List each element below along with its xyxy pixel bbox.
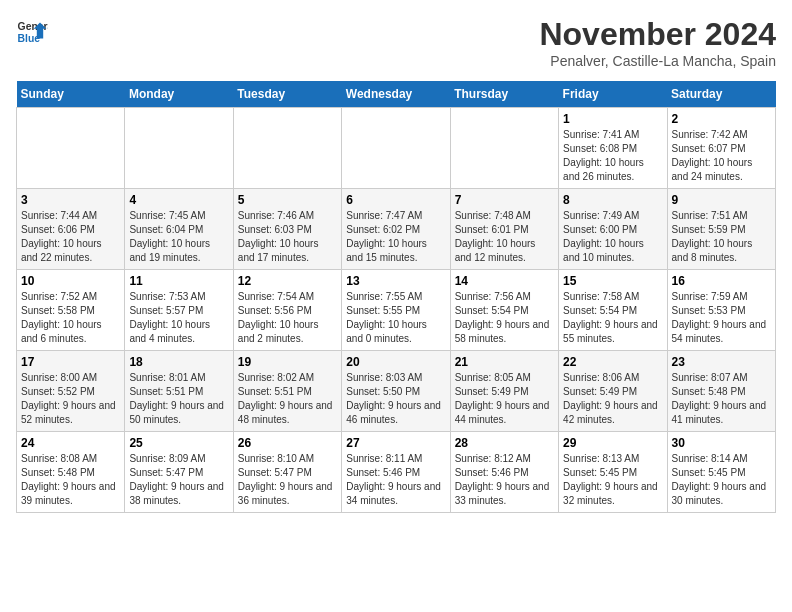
calendar-cell: 15Sunrise: 7:58 AMSunset: 5:54 PMDayligh… bbox=[559, 270, 667, 351]
weekday-header: Monday bbox=[125, 81, 233, 108]
day-info: Sunrise: 7:45 AMSunset: 6:04 PMDaylight:… bbox=[129, 209, 228, 265]
day-number: 18 bbox=[129, 355, 228, 369]
calendar-cell bbox=[342, 108, 450, 189]
day-number: 25 bbox=[129, 436, 228, 450]
calendar-cell: 11Sunrise: 7:53 AMSunset: 5:57 PMDayligh… bbox=[125, 270, 233, 351]
calendar-cell: 9Sunrise: 7:51 AMSunset: 5:59 PMDaylight… bbox=[667, 189, 775, 270]
logo-icon: General Blue bbox=[16, 16, 48, 48]
day-number: 1 bbox=[563, 112, 662, 126]
day-number: 11 bbox=[129, 274, 228, 288]
calendar-cell: 24Sunrise: 8:08 AMSunset: 5:48 PMDayligh… bbox=[17, 432, 125, 513]
calendar-cell: 4Sunrise: 7:45 AMSunset: 6:04 PMDaylight… bbox=[125, 189, 233, 270]
day-info: Sunrise: 8:03 AMSunset: 5:50 PMDaylight:… bbox=[346, 371, 445, 427]
calendar-cell: 19Sunrise: 8:02 AMSunset: 5:51 PMDayligh… bbox=[233, 351, 341, 432]
calendar-week-row: 10Sunrise: 7:52 AMSunset: 5:58 PMDayligh… bbox=[17, 270, 776, 351]
calendar-week-row: 1Sunrise: 7:41 AMSunset: 6:08 PMDaylight… bbox=[17, 108, 776, 189]
weekday-header: Wednesday bbox=[342, 81, 450, 108]
location-title: Penalver, Castille-La Mancha, Spain bbox=[539, 53, 776, 69]
day-info: Sunrise: 7:42 AMSunset: 6:07 PMDaylight:… bbox=[672, 128, 771, 184]
day-number: 14 bbox=[455, 274, 554, 288]
day-info: Sunrise: 8:11 AMSunset: 5:46 PMDaylight:… bbox=[346, 452, 445, 508]
day-info: Sunrise: 8:10 AMSunset: 5:47 PMDaylight:… bbox=[238, 452, 337, 508]
day-info: Sunrise: 7:56 AMSunset: 5:54 PMDaylight:… bbox=[455, 290, 554, 346]
weekday-header: Friday bbox=[559, 81, 667, 108]
day-info: Sunrise: 8:02 AMSunset: 5:51 PMDaylight:… bbox=[238, 371, 337, 427]
day-info: Sunrise: 8:12 AMSunset: 5:46 PMDaylight:… bbox=[455, 452, 554, 508]
day-info: Sunrise: 7:53 AMSunset: 5:57 PMDaylight:… bbox=[129, 290, 228, 346]
logo: General Blue bbox=[16, 16, 48, 48]
calendar-cell: 28Sunrise: 8:12 AMSunset: 5:46 PMDayligh… bbox=[450, 432, 558, 513]
calendar-cell: 2Sunrise: 7:42 AMSunset: 6:07 PMDaylight… bbox=[667, 108, 775, 189]
calendar-week-row: 3Sunrise: 7:44 AMSunset: 6:06 PMDaylight… bbox=[17, 189, 776, 270]
day-number: 6 bbox=[346, 193, 445, 207]
calendar-week-row: 24Sunrise: 8:08 AMSunset: 5:48 PMDayligh… bbox=[17, 432, 776, 513]
day-number: 28 bbox=[455, 436, 554, 450]
day-info: Sunrise: 7:44 AMSunset: 6:06 PMDaylight:… bbox=[21, 209, 120, 265]
day-number: 20 bbox=[346, 355, 445, 369]
day-number: 17 bbox=[21, 355, 120, 369]
day-number: 5 bbox=[238, 193, 337, 207]
calendar-cell: 8Sunrise: 7:49 AMSunset: 6:00 PMDaylight… bbox=[559, 189, 667, 270]
day-number: 13 bbox=[346, 274, 445, 288]
calendar-cell bbox=[450, 108, 558, 189]
day-number: 9 bbox=[672, 193, 771, 207]
calendar-cell: 27Sunrise: 8:11 AMSunset: 5:46 PMDayligh… bbox=[342, 432, 450, 513]
calendar-cell: 21Sunrise: 8:05 AMSunset: 5:49 PMDayligh… bbox=[450, 351, 558, 432]
weekday-header: Thursday bbox=[450, 81, 558, 108]
month-title: November 2024 bbox=[539, 16, 776, 53]
calendar-cell bbox=[125, 108, 233, 189]
day-number: 23 bbox=[672, 355, 771, 369]
day-number: 27 bbox=[346, 436, 445, 450]
calendar-table: SundayMondayTuesdayWednesdayThursdayFrid… bbox=[16, 81, 776, 513]
day-number: 4 bbox=[129, 193, 228, 207]
calendar-cell: 20Sunrise: 8:03 AMSunset: 5:50 PMDayligh… bbox=[342, 351, 450, 432]
day-info: Sunrise: 7:46 AMSunset: 6:03 PMDaylight:… bbox=[238, 209, 337, 265]
day-number: 26 bbox=[238, 436, 337, 450]
calendar-cell: 22Sunrise: 8:06 AMSunset: 5:49 PMDayligh… bbox=[559, 351, 667, 432]
day-info: Sunrise: 8:08 AMSunset: 5:48 PMDaylight:… bbox=[21, 452, 120, 508]
day-info: Sunrise: 8:00 AMSunset: 5:52 PMDaylight:… bbox=[21, 371, 120, 427]
calendar-cell: 1Sunrise: 7:41 AMSunset: 6:08 PMDaylight… bbox=[559, 108, 667, 189]
day-info: Sunrise: 7:48 AMSunset: 6:01 PMDaylight:… bbox=[455, 209, 554, 265]
day-info: Sunrise: 7:47 AMSunset: 6:02 PMDaylight:… bbox=[346, 209, 445, 265]
calendar-cell: 13Sunrise: 7:55 AMSunset: 5:55 PMDayligh… bbox=[342, 270, 450, 351]
calendar-cell: 12Sunrise: 7:54 AMSunset: 5:56 PMDayligh… bbox=[233, 270, 341, 351]
day-number: 22 bbox=[563, 355, 662, 369]
day-number: 2 bbox=[672, 112, 771, 126]
calendar-cell: 7Sunrise: 7:48 AMSunset: 6:01 PMDaylight… bbox=[450, 189, 558, 270]
weekday-header: Saturday bbox=[667, 81, 775, 108]
day-info: Sunrise: 8:09 AMSunset: 5:47 PMDaylight:… bbox=[129, 452, 228, 508]
day-info: Sunrise: 8:05 AMSunset: 5:49 PMDaylight:… bbox=[455, 371, 554, 427]
day-number: 21 bbox=[455, 355, 554, 369]
day-number: 19 bbox=[238, 355, 337, 369]
calendar-cell: 29Sunrise: 8:13 AMSunset: 5:45 PMDayligh… bbox=[559, 432, 667, 513]
calendar-cell: 10Sunrise: 7:52 AMSunset: 5:58 PMDayligh… bbox=[17, 270, 125, 351]
day-info: Sunrise: 7:59 AMSunset: 5:53 PMDaylight:… bbox=[672, 290, 771, 346]
page-header: General Blue November 2024 Penalver, Cas… bbox=[16, 16, 776, 69]
calendar-week-row: 17Sunrise: 8:00 AMSunset: 5:52 PMDayligh… bbox=[17, 351, 776, 432]
day-info: Sunrise: 8:14 AMSunset: 5:45 PMDaylight:… bbox=[672, 452, 771, 508]
calendar-cell: 23Sunrise: 8:07 AMSunset: 5:48 PMDayligh… bbox=[667, 351, 775, 432]
day-number: 29 bbox=[563, 436, 662, 450]
day-number: 30 bbox=[672, 436, 771, 450]
day-info: Sunrise: 8:01 AMSunset: 5:51 PMDaylight:… bbox=[129, 371, 228, 427]
calendar-cell: 14Sunrise: 7:56 AMSunset: 5:54 PMDayligh… bbox=[450, 270, 558, 351]
weekday-header: Sunday bbox=[17, 81, 125, 108]
title-area: November 2024 Penalver, Castille-La Manc… bbox=[539, 16, 776, 69]
day-number: 24 bbox=[21, 436, 120, 450]
day-number: 3 bbox=[21, 193, 120, 207]
calendar-cell: 26Sunrise: 8:10 AMSunset: 5:47 PMDayligh… bbox=[233, 432, 341, 513]
day-info: Sunrise: 7:52 AMSunset: 5:58 PMDaylight:… bbox=[21, 290, 120, 346]
calendar-cell: 5Sunrise: 7:46 AMSunset: 6:03 PMDaylight… bbox=[233, 189, 341, 270]
day-info: Sunrise: 8:06 AMSunset: 5:49 PMDaylight:… bbox=[563, 371, 662, 427]
calendar-cell: 17Sunrise: 8:00 AMSunset: 5:52 PMDayligh… bbox=[17, 351, 125, 432]
day-number: 8 bbox=[563, 193, 662, 207]
weekday-header-row: SundayMondayTuesdayWednesdayThursdayFrid… bbox=[17, 81, 776, 108]
day-number: 7 bbox=[455, 193, 554, 207]
calendar-cell: 3Sunrise: 7:44 AMSunset: 6:06 PMDaylight… bbox=[17, 189, 125, 270]
day-info: Sunrise: 7:54 AMSunset: 5:56 PMDaylight:… bbox=[238, 290, 337, 346]
day-info: Sunrise: 8:07 AMSunset: 5:48 PMDaylight:… bbox=[672, 371, 771, 427]
day-number: 16 bbox=[672, 274, 771, 288]
weekday-header: Tuesday bbox=[233, 81, 341, 108]
day-info: Sunrise: 7:55 AMSunset: 5:55 PMDaylight:… bbox=[346, 290, 445, 346]
